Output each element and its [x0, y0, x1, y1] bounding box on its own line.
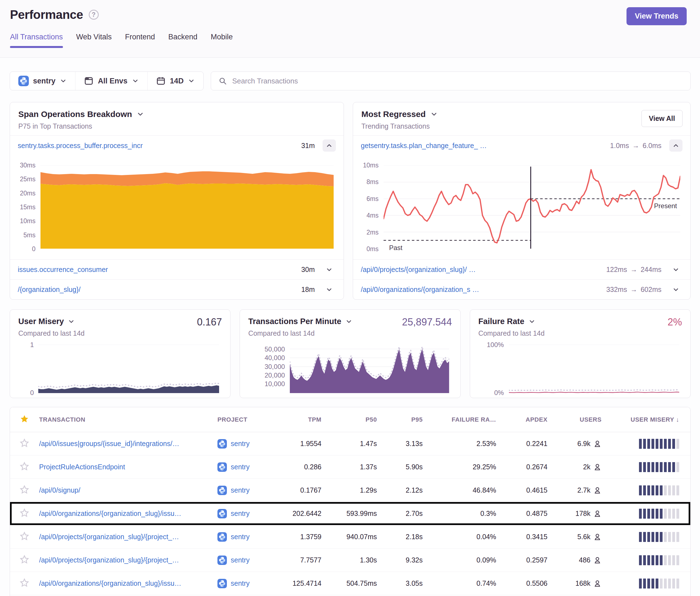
user-misery-title-dropdown[interactable]: User Misery [18, 317, 222, 326]
user-misery-card: User Misery 0.167 Compared to last 14d 1… [10, 309, 230, 398]
y-axis-tick-labels: 10 [18, 341, 34, 397]
column-header-user-misery[interactable]: USER MISERY ↓ [602, 416, 679, 423]
transaction-link[interactable]: /api/0/signup/ [39, 486, 218, 494]
view-trends-button[interactable]: View Trends [626, 7, 687, 25]
collapse-button[interactable] [323, 139, 336, 152]
project-link[interactable]: sentry [231, 556, 250, 564]
star-outline-icon[interactable] [20, 555, 29, 564]
favorite-cell[interactable] [20, 439, 39, 449]
star-outline-icon[interactable] [20, 578, 29, 588]
table-row[interactable]: /api/0/signup/ sentry 0.1767 1.29s 2.12s… [10, 479, 690, 502]
column-header-project[interactable]: PROJECT [218, 416, 277, 423]
span-op-link[interactable]: /{organization_slug}/ [18, 286, 301, 293]
collapse-button[interactable] [669, 139, 682, 152]
view-all-button[interactable]: View All [642, 110, 682, 127]
favorite-column-header[interactable] [20, 414, 39, 425]
tpm-cell: 0.286 [277, 463, 321, 471]
table-row[interactable]: /api/0/projects/{organization_slug}/{pro… [10, 525, 690, 549]
project-link[interactable]: sentry [231, 579, 250, 588]
star-outline-icon[interactable] [20, 462, 29, 471]
users-cell: 2k [547, 463, 602, 471]
column-header-tpm[interactable]: TPM [277, 416, 321, 423]
transaction-link[interactable]: /api/0/organizations/{organization_slug}… [39, 510, 218, 518]
column-header-users[interactable]: USERS [547, 416, 602, 423]
misery-bar [664, 555, 667, 565]
expand-button[interactable] [669, 264, 682, 276]
table-row[interactable]: /api/0/organizations/{organization_slug}… [10, 502, 690, 525]
column-header-p50[interactable]: P50 [321, 416, 377, 423]
python-icon [218, 509, 227, 518]
project-link[interactable]: sentry [231, 463, 250, 471]
project-link[interactable]: sentry [231, 440, 250, 448]
table-row[interactable]: /api/0/organizations/{organization_slug}… [10, 572, 690, 595]
regressed-transaction-link[interactable]: /api/0/organizations/{organization_s … [361, 286, 606, 293]
favorite-cell[interactable] [20, 485, 39, 496]
span-panel-title-dropdown[interactable]: Span Operations Breakdown [18, 109, 335, 119]
chevron-down-icon [672, 266, 679, 273]
chevron-down-icon [132, 77, 139, 84]
environment-filter-dropdown[interactable]: All Envs [75, 72, 147, 90]
tab-frontend[interactable]: Frontend [125, 33, 155, 48]
regressed-transaction-link[interactable]: getsentry.tasks.plan_change_feature_ … [361, 141, 610, 150]
misery-bar [647, 462, 650, 472]
span-op-link[interactable]: issues.occurrence_consumer [18, 265, 301, 274]
transaction-link[interactable]: /api/0/issues|groups/{issue_id}/integrat… [39, 440, 218, 448]
card-title-label: Failure Rate [478, 317, 524, 326]
tab-web-vitals[interactable]: Web Vitals [76, 33, 112, 48]
search-transactions-input[interactable] [232, 77, 683, 85]
user-misery-bar-chart [602, 532, 679, 542]
chevron-down-icon [345, 318, 352, 325]
tab-mobile[interactable]: Mobile [211, 33, 233, 48]
star-outline-icon[interactable] [20, 532, 29, 541]
column-header-failure-rate[interactable]: FAILURE RA… [423, 416, 496, 423]
misery-bar [656, 578, 658, 589]
regression-range: 332ms → 602ms [606, 286, 661, 293]
failure-rate-title-dropdown[interactable]: Failure Rate [478, 317, 682, 326]
search-transactions-box[interactable] [211, 72, 691, 90]
column-header-transaction[interactable]: TRANSACTION [39, 416, 218, 423]
favorite-cell[interactable] [20, 578, 39, 589]
user-misery-mini-chart [38, 344, 219, 393]
regression-to: 244ms [641, 265, 661, 274]
misery-bar [660, 509, 662, 519]
tab-backend[interactable]: Backend [168, 33, 197, 48]
misery-bar [647, 509, 650, 519]
metric-cards-row: User Misery 0.167 Compared to last 14d 1… [10, 309, 691, 398]
question-mark-icon[interactable]: ? [89, 10, 99, 20]
tpm-cell: 1.9554 [277, 440, 321, 448]
project-link[interactable]: sentry [231, 510, 250, 518]
expand-button[interactable] [669, 284, 682, 296]
y-axis-tick-labels: 10ms8ms6ms4ms2ms0ms [353, 162, 379, 253]
span-op-row-collapsed: issues.occurrence_consumer 30m [10, 259, 344, 279]
transaction-link[interactable]: /api/0/projects/{organization_slug}/{pro… [39, 533, 218, 541]
regressed-panel-title-dropdown[interactable]: Most Regressed [361, 109, 682, 119]
span-op-link[interactable]: sentry.tasks.process_buffer.process_incr [18, 141, 301, 150]
transaction-link[interactable]: /api/0/organizations/{organization_slug}… [39, 579, 218, 588]
column-header-p95[interactable]: P95 [377, 416, 423, 423]
expand-button[interactable] [323, 284, 336, 296]
misery-bar [643, 555, 646, 565]
table-row[interactable]: /api/0/projects/{organization_slug}/{pro… [10, 549, 690, 572]
misery-bar [660, 555, 662, 565]
tab-all-transactions[interactable]: All Transactions [10, 33, 63, 48]
date-range-filter-dropdown[interactable]: 14D [147, 72, 204, 90]
transaction-link[interactable]: ProjectRuleActionsEndpoint [39, 463, 218, 471]
favorite-cell[interactable] [20, 462, 39, 472]
table-row[interactable]: /api/0/issues|groups/{issue_id}/integrat… [10, 432, 690, 456]
tpm-cell: 1.3759 [277, 533, 321, 541]
transaction-link[interactable]: /api/0/projects/{organization_slug}/{pro… [39, 556, 218, 564]
regressed-transaction-link[interactable]: /api/0/projects/{organization_slug}/ … [361, 265, 606, 274]
project-filter-dropdown[interactable]: sentry [10, 72, 75, 90]
star-outline-icon[interactable] [20, 439, 29, 448]
project-link[interactable]: sentry [231, 533, 250, 541]
column-header-apdex[interactable]: APDEX [496, 416, 547, 423]
misery-bar [672, 578, 675, 589]
favorite-cell[interactable] [20, 532, 39, 542]
table-row[interactable]: ProjectRuleActionsEndpoint sentry 0.286 … [10, 456, 690, 479]
project-link[interactable]: sentry [231, 486, 250, 494]
favorite-cell[interactable] [20, 555, 39, 566]
favorite-cell[interactable] [20, 509, 39, 519]
star-outline-icon[interactable] [20, 485, 29, 495]
expand-button[interactable] [323, 264, 336, 276]
star-outline-icon[interactable] [20, 509, 29, 518]
